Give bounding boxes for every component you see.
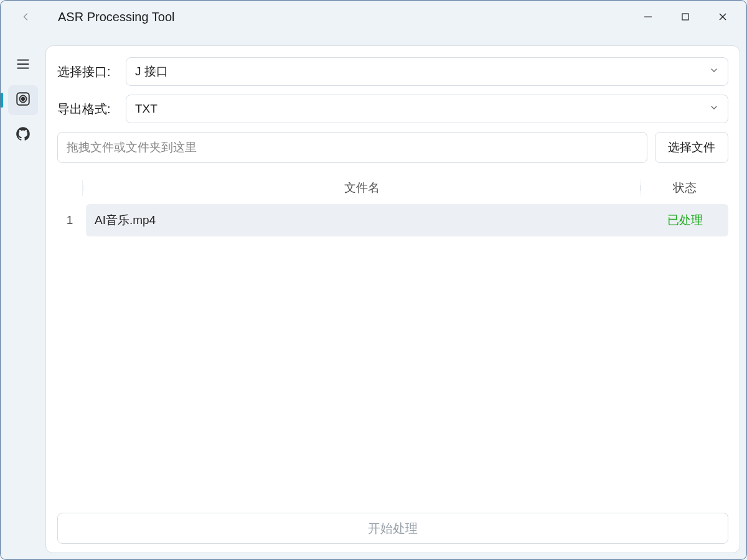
sidebar-item-github[interactable] — [8, 120, 38, 150]
github-icon — [15, 126, 31, 144]
chevron-down-icon — [709, 102, 719, 116]
record-icon — [15, 91, 31, 110]
start-button-label: 开始处理 — [368, 520, 418, 537]
table-header: 文件名 状态 — [57, 172, 728, 204]
row-index: 1 — [57, 204, 82, 236]
sidebar-item-menu[interactable] — [8, 50, 38, 80]
export-row: 导出格式: TXT — [57, 95, 728, 123]
api-select-value: J 接口 — [135, 63, 168, 80]
sidebar-item-record[interactable] — [8, 85, 38, 115]
chevron-down-icon — [709, 65, 719, 78]
title-bar: ASR Processing Tool — [1, 1, 746, 33]
main-panel: 选择接口: J 接口 导出格式: TXT 拖拽文件或文件夹到这里 — [45, 45, 740, 553]
svg-rect-1 — [682, 14, 688, 20]
export-select-value: TXT — [135, 102, 157, 116]
api-label: 选择接口: — [57, 63, 126, 80]
back-button[interactable] — [13, 4, 38, 29]
table-row[interactable]: 1 AI音乐.mp4 已处理 — [57, 204, 728, 236]
column-header-status: 状态 — [641, 180, 728, 196]
row-status: 已处理 — [641, 212, 728, 228]
choose-file-label: 选择文件 — [668, 139, 715, 156]
hamburger-icon — [15, 56, 31, 75]
choose-file-button[interactable]: 选择文件 — [655, 132, 728, 163]
svg-point-9 — [22, 98, 24, 100]
api-row: 选择接口: J 接口 — [57, 57, 728, 86]
column-header-filename: 文件名 — [82, 180, 641, 196]
table-body: 1 AI音乐.mp4 已处理 — [57, 204, 728, 506]
sidebar — [1, 33, 45, 559]
close-button[interactable] — [704, 4, 741, 29]
row-filename: AI音乐.mp4 — [86, 212, 641, 228]
maximize-button[interactable] — [667, 4, 704, 29]
file-drop-area[interactable]: 拖拽文件或文件夹到这里 — [57, 132, 647, 163]
export-select[interactable]: TXT — [126, 95, 728, 123]
export-label: 导出格式: — [57, 101, 126, 118]
file-table: 文件名 状态 1 AI音乐.mp4 已处理 — [57, 172, 728, 506]
start-processing-button[interactable]: 开始处理 — [57, 513, 728, 544]
file-input-row: 拖拽文件或文件夹到这里 选择文件 — [57, 132, 728, 163]
window-title: ASR Processing Tool — [58, 10, 175, 24]
file-drop-placeholder: 拖拽文件或文件夹到这里 — [67, 139, 197, 156]
api-select[interactable]: J 接口 — [126, 57, 728, 86]
minimize-button[interactable] — [629, 4, 667, 29]
